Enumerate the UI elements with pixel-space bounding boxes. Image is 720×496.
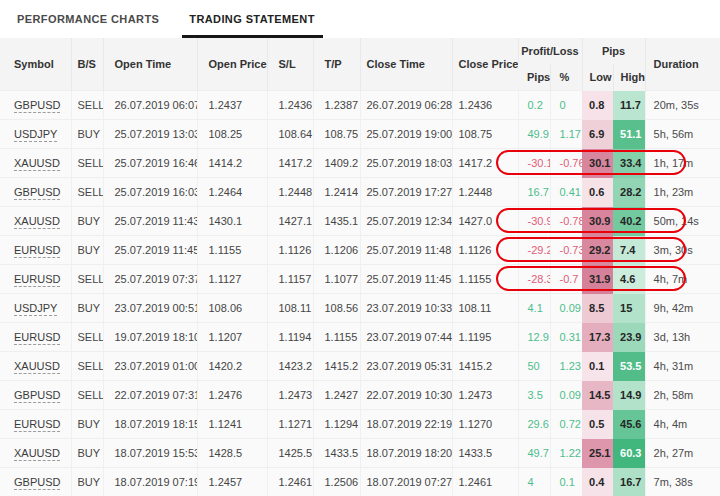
- open-price-cell: 1.1241: [197, 410, 267, 439]
- symbol-link[interactable]: USDJPY: [14, 128, 57, 142]
- symbol-link[interactable]: GBPUSD: [14, 389, 60, 403]
- duration-cell: 2h, 58m: [645, 381, 720, 410]
- symbol-cell: EURUSD: [0, 323, 71, 352]
- symbol-link[interactable]: EURUSD: [14, 418, 60, 432]
- pl-pips-cell: 49.9: [518, 120, 550, 149]
- close-time-cell: 25.07.2019 11:45:12: [360, 265, 452, 294]
- open-price-cell: 1.1207: [197, 323, 267, 352]
- side-cell: BUY: [71, 236, 103, 265]
- duration-cell: 4h, 31m: [645, 352, 720, 381]
- low-pips-cell: 6.9: [582, 120, 613, 149]
- side-cell: BUY: [71, 294, 103, 323]
- pl-pips-cell: -28.3: [518, 265, 550, 294]
- open-time-cell: 23.07.2019 01:00:21: [103, 352, 197, 381]
- symbol-cell: USDJPY: [0, 294, 71, 323]
- tp-cell: 1.1294: [313, 410, 360, 439]
- pl-pct-cell: -0.73: [550, 236, 582, 265]
- symbol-cell: GBPUSD: [0, 381, 71, 410]
- table-row: XAUUSDBUY25.07.2019 11:43:481430.11427.1…: [0, 207, 720, 236]
- symbol-cell: XAUUSD: [0, 207, 71, 236]
- sl-cell: 1.1271: [267, 410, 313, 439]
- symbol-link[interactable]: EURUSD: [14, 331, 60, 345]
- open-time-cell: 25.07.2019 16:03:06: [103, 178, 197, 207]
- pl-pips-cell: 16.7: [518, 178, 550, 207]
- close-price-cell: 1.2448: [452, 178, 518, 207]
- tp-cell: 1.2427: [313, 381, 360, 410]
- sl-cell: 1417.2: [267, 149, 313, 178]
- pl-pips-cell: 29.6: [518, 410, 550, 439]
- open-time-cell: 25.07.2019 07:37:14: [103, 265, 197, 294]
- open-time-cell: 22.07.2019 07:31:34: [103, 381, 197, 410]
- side-cell: BUY: [71, 468, 103, 496]
- symbol-link[interactable]: EURUSD: [14, 244, 60, 258]
- duration-cell: 3m, 30s: [645, 236, 720, 265]
- symbol-link[interactable]: XAUUSD: [14, 447, 60, 461]
- close-price-cell: 108.11: [452, 294, 518, 323]
- tab-performance-charts[interactable]: PERFORMANCE CHARTS: [17, 0, 159, 38]
- symbol-link[interactable]: GBPUSD: [14, 476, 60, 490]
- duration-cell: 4h, 7m: [645, 265, 720, 294]
- high-pips-cell: 51.1: [613, 120, 645, 149]
- close-time-cell: 26.07.2019 06:28:14: [360, 91, 452, 120]
- close-price-cell: 1.2473: [452, 381, 518, 410]
- pl-pct-cell: 0.41: [550, 178, 582, 207]
- pl-pips-cell: 49.7: [518, 439, 550, 468]
- col-header-symbol: Symbol: [0, 38, 71, 91]
- side-cell: SELL: [71, 352, 103, 381]
- sl-cell: 1427.1: [267, 207, 313, 236]
- close-price-cell: 1.1270: [452, 410, 518, 439]
- close-time-cell: 23.07.2019 05:31:25: [360, 352, 452, 381]
- symbol-link[interactable]: USDJPY: [14, 302, 57, 316]
- side-cell: SELL: [71, 381, 103, 410]
- pl-pips-cell: 3.5: [518, 381, 550, 410]
- low-pips-cell: 0.4: [582, 468, 613, 496]
- table-row: EURUSDSELL25.07.2019 07:37:141.11271.115…: [0, 265, 720, 294]
- symbol-link[interactable]: GBPUSD: [14, 99, 60, 113]
- close-time-cell: 23.07.2019 10:33:38: [360, 294, 452, 323]
- symbol-link[interactable]: XAUUSD: [14, 215, 60, 229]
- sl-cell: 1.2473: [267, 381, 313, 410]
- sl-cell: 1425.5: [267, 439, 313, 468]
- open-price-cell: 1.2457: [197, 468, 267, 496]
- tp-cell: 1435.1: [313, 207, 360, 236]
- symbol-cell: USDJPY: [0, 120, 71, 149]
- side-cell: SELL: [71, 178, 103, 207]
- high-pips-cell: 53.5: [613, 352, 645, 381]
- open-time-cell: 26.07.2019 06:07:39: [103, 91, 197, 120]
- high-pips-cell: 40.2: [613, 207, 645, 236]
- sl-cell: 108.64: [267, 120, 313, 149]
- symbol-link[interactable]: XAUUSD: [14, 360, 60, 374]
- duration-cell: 3d, 13h: [645, 323, 720, 352]
- high-pips-cell: 4.6: [613, 265, 645, 294]
- close-time-cell: 25.07.2019 17:27:01: [360, 178, 452, 207]
- close-time-cell: 18.07.2019 18:20:58: [360, 439, 452, 468]
- duration-cell: 5h, 56m: [645, 120, 720, 149]
- close-time-cell: 25.07.2019 11:48:40: [360, 236, 452, 265]
- pl-pct-cell: 0: [550, 91, 582, 120]
- pl-pct-cell: 0.09: [550, 294, 582, 323]
- close-price-cell: 1.1155: [452, 265, 518, 294]
- col-header-bs: B/S: [71, 38, 103, 91]
- trades-table-body: GBPUSDSELL26.07.2019 06:07:391.24371.243…: [0, 91, 720, 496]
- low-pips-cell: 31.9: [582, 265, 613, 294]
- tab-trading-statement[interactable]: TRADING STATEMENT: [189, 0, 315, 38]
- close-time-cell: 25.07.2019 19:00:00: [360, 120, 452, 149]
- symbol-link[interactable]: XAUUSD: [14, 157, 60, 171]
- col-header-duration: Duration: [645, 38, 720, 91]
- low-pips-cell: 25.1: [582, 439, 613, 468]
- col-header-high: High: [613, 64, 645, 91]
- symbol-link[interactable]: EURUSD: [14, 273, 60, 287]
- low-pips-cell: 30.9: [582, 207, 613, 236]
- high-pips-cell: 7.4: [613, 236, 645, 265]
- open-price-cell: 1428.5: [197, 439, 267, 468]
- open-price-cell: 1420.2: [197, 352, 267, 381]
- tp-cell: 1433.5: [313, 439, 360, 468]
- pl-pct-cell: 0.31: [550, 323, 582, 352]
- symbol-link[interactable]: GBPUSD: [14, 186, 60, 200]
- open-price-cell: 108.06: [197, 294, 267, 323]
- col-header-tp: T/P: [313, 38, 360, 91]
- pl-pips-cell: -30.9: [518, 207, 550, 236]
- table-row: USDJPYBUY23.07.2019 00:51:31108.06108.11…: [0, 294, 720, 323]
- pl-pct-cell: 1.17: [550, 120, 582, 149]
- pl-pips-cell: 4: [518, 468, 550, 496]
